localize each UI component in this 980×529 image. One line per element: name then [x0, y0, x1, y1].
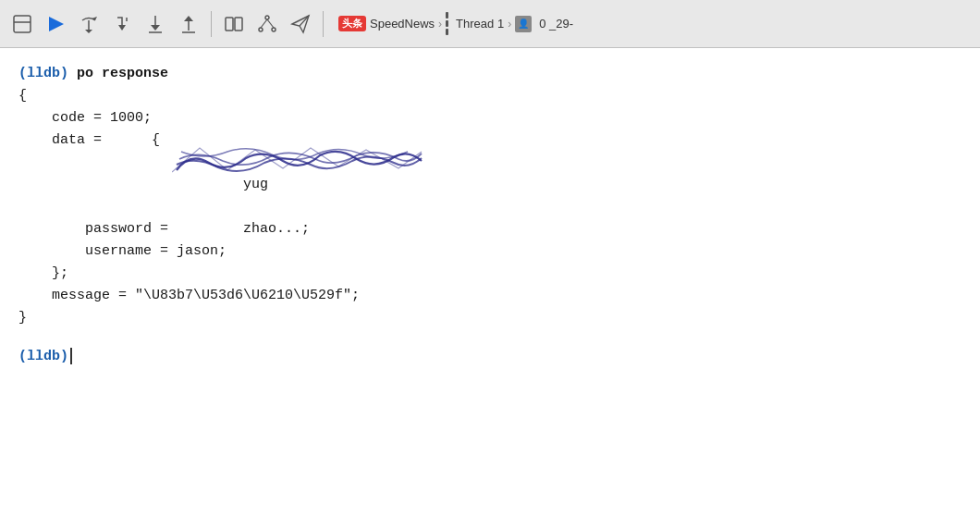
svg-marker-3 — [92, 17, 97, 20]
chevron-icon-2: › — [508, 18, 511, 31]
svg-marker-6 — [118, 25, 126, 31]
view-toggle-icon[interactable] — [219, 9, 249, 39]
password-redacted: yug zhao... — [177, 152, 301, 240]
paper-plane-icon[interactable] — [286, 9, 315, 39]
toggle-panel-icon[interactable] — [7, 9, 37, 39]
password-end-semi: zhao... — [243, 221, 301, 237]
avatar-icon: 👤 — [515, 16, 532, 32]
step-into-icon[interactable] — [107, 9, 137, 39]
svg-point-15 — [265, 16, 269, 19]
thread-label: Thread 1 — [456, 17, 504, 31]
empty-line — [18, 329, 962, 346]
chevron-icon-1: › — [438, 18, 442, 31]
lldb-prompt-2: (lldb) — [18, 349, 68, 364]
svg-marker-2 — [49, 17, 64, 31]
code-message-line: message = "\U83b7\U53d6\U6210\U529f"; — [18, 285, 962, 307]
breadcrumb-avatar: 👤 0 _29- — [515, 16, 573, 32]
app-name-label: SpeedNews — [370, 17, 435, 31]
separator-1 — [211, 11, 212, 37]
breadcrumb: 头条 SpeedNews › Thread 1 › 👤 0 _29- — [338, 12, 573, 35]
step-down-icon[interactable] — [141, 9, 170, 39]
code-indent1: code = 1000; — [18, 107, 962, 129]
step-up-icon[interactable] — [174, 9, 203, 39]
toolbar: 头条 SpeedNews › Thread 1 › 👤 0 _29- — [0, 0, 980, 48]
svg-line-19 — [267, 19, 274, 28]
debug-line-prompt2: (lldb) — [18, 346, 962, 368]
svg-marker-5 — [85, 30, 92, 33]
svg-rect-0 — [14, 16, 31, 32]
code-data-close: }; — [18, 263, 962, 285]
continue-button[interactable] — [41, 9, 70, 39]
breadcrumb-app: 头条 SpeedNews — [338, 16, 435, 31]
debug-line-prompt1: (lldb) po response — [18, 63, 962, 85]
breadcrumb-thread: Thread 1 — [446, 12, 504, 35]
separator-2 — [323, 11, 324, 37]
svg-point-17 — [272, 28, 276, 31]
avatar-label: 0 _29- — [539, 17, 573, 31]
svg-rect-13 — [226, 18, 233, 31]
svg-rect-14 — [235, 18, 242, 31]
step-over-icon[interactable] — [74, 9, 104, 39]
thread-icon — [446, 12, 448, 35]
svg-marker-8 — [151, 25, 160, 31]
svg-line-18 — [261, 19, 267, 28]
code-password-line: password = yug zhao...; — [18, 152, 962, 240]
code-username-line: username = jason; — [18, 240, 962, 263]
app-icon: 头条 — [338, 16, 366, 31]
svg-point-16 — [259, 28, 263, 31]
cursor — [70, 348, 72, 364]
lldb-prompt-1: (lldb) — [18, 66, 68, 81]
open-brace: { — [18, 85, 962, 107]
command-text: po response — [68, 66, 168, 81]
code-data-open: data = { — [18, 129, 962, 152]
close-brace: } — [18, 307, 962, 329]
share-icon[interactable] — [252, 9, 282, 39]
svg-marker-11 — [184, 16, 193, 21]
password-value: yug — [243, 177, 268, 192]
code-block: { code = 1000; data = { password = yug z… — [18, 85, 962, 329]
debug-output: (lldb) po response { code = 1000; data =… — [0, 48, 980, 529]
